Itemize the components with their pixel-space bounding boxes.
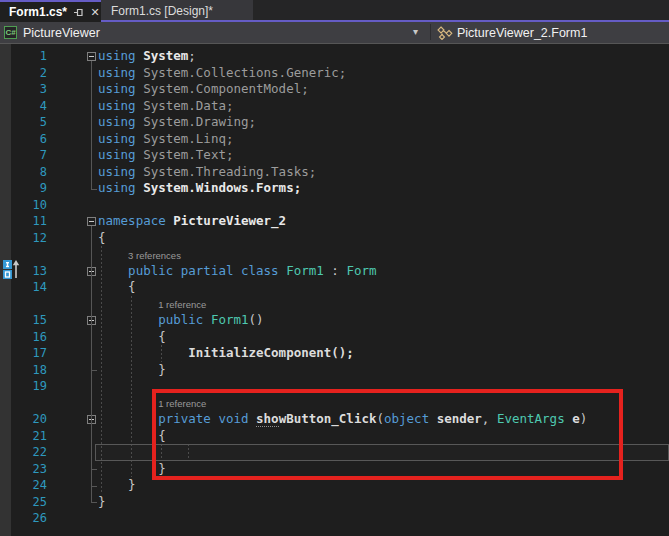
code-text: } bbox=[98, 362, 166, 379]
close-icon[interactable]: ✕ bbox=[89, 6, 101, 18]
code-line-18[interactable]: 18 } bbox=[0, 362, 669, 379]
code-text: public Form1() bbox=[98, 312, 264, 329]
class-icon bbox=[437, 26, 453, 40]
pin-icon[interactable] bbox=[72, 6, 84, 18]
line-number: 5 bbox=[11, 114, 47, 131]
code-text: using System.Threading.Tasks; bbox=[98, 164, 316, 181]
code-text: { bbox=[98, 329, 166, 346]
inheritance-margin-icon[interactable] bbox=[2, 259, 20, 279]
project-dropdown[interactable]: C# PictureViewer bbox=[0, 22, 430, 43]
line-number: 2 bbox=[11, 65, 47, 82]
tab-form1-cs-design[interactable]: Form1.cs [Design]* bbox=[101, 0, 253, 22]
line-number: 20 bbox=[11, 411, 47, 428]
line-number: 7 bbox=[11, 147, 47, 164]
project-dropdown-label: PictureViewer bbox=[23, 26, 100, 40]
code-line-15[interactable]: 15 public Form1() bbox=[0, 312, 669, 329]
code-line-6[interactable]: 6using System.Linq; bbox=[0, 131, 669, 148]
code-line-26[interactable]: 26 bbox=[0, 510, 669, 527]
line-number: 17 bbox=[11, 345, 47, 362]
chevron-down-icon[interactable]: ▾ bbox=[413, 26, 418, 37]
line-number: 3 bbox=[11, 81, 47, 98]
line-number: 16 bbox=[11, 329, 47, 346]
line-number: 22 bbox=[11, 444, 47, 461]
code-line-24[interactable]: 24 } bbox=[0, 477, 669, 494]
fold-toggle[interactable] bbox=[87, 52, 96, 61]
tab-label: Form1.cs [Design]* bbox=[111, 4, 213, 18]
code-line-21[interactable]: 21 { bbox=[0, 428, 669, 445]
code-text: private void showButton_Click(object sen… bbox=[98, 411, 587, 428]
code-text: using System.Linq; bbox=[98, 131, 233, 148]
code-line-9[interactable]: 9using System.Windows.Forms; bbox=[0, 180, 669, 197]
codelens-row: 1 reference bbox=[0, 395, 669, 412]
codelens-references-link[interactable]: 1 reference bbox=[158, 299, 206, 310]
code-text: } bbox=[98, 477, 136, 494]
tab-label: Form1.cs* bbox=[9, 5, 67, 19]
codelens-references-link[interactable]: 3 references bbox=[128, 250, 181, 261]
line-number: 18 bbox=[11, 362, 47, 379]
code-line-20[interactable]: 20 private void showButton_Click(object … bbox=[0, 411, 669, 428]
code-line-22[interactable]: 22 bbox=[0, 444, 669, 461]
code-line-3[interactable]: 3using System.ComponentModel; bbox=[0, 81, 669, 98]
code-text: using System.Windows.Forms; bbox=[98, 180, 301, 197]
code-line-23[interactable]: 23 } bbox=[0, 461, 669, 478]
code-line-4[interactable]: 4using System.Data; bbox=[0, 98, 669, 115]
code-text: using System.ComponentModel; bbox=[98, 81, 309, 98]
type-dropdown-label: PictureViewer_2.Form1 bbox=[457, 26, 587, 40]
code-line-8[interactable]: 8using System.Threading.Tasks; bbox=[0, 164, 669, 181]
code-text: namespace PictureViewer_2 bbox=[98, 213, 286, 230]
visual-studio-editor-window: Form1.cs* ✕ Form1.cs [Design]* C# Pictur… bbox=[0, 0, 669, 536]
tab-form1-cs[interactable]: Form1.cs* ✕ bbox=[0, 0, 101, 22]
fold-toggle[interactable] bbox=[87, 267, 96, 276]
code-line-2[interactable]: 2using System.Collections.Generic; bbox=[0, 65, 669, 82]
code-line-16[interactable]: 16 { bbox=[0, 329, 669, 346]
code-line-10[interactable]: 10 bbox=[0, 197, 669, 214]
code-text: using System.Drawing; bbox=[98, 114, 256, 131]
line-number: 23 bbox=[11, 461, 47, 478]
line-number: 21 bbox=[11, 428, 47, 445]
code-line-13[interactable]: 13 public partial class Form1 : Form bbox=[0, 263, 669, 280]
code-text: InitializeComponent(); bbox=[98, 345, 354, 362]
line-number: 25 bbox=[11, 494, 47, 511]
code-line-25[interactable]: 25} bbox=[0, 494, 669, 511]
line-number: 6 bbox=[11, 131, 47, 148]
codelens-row: 1 reference bbox=[0, 296, 669, 313]
code-line-1[interactable]: 1using System; bbox=[0, 48, 669, 65]
code-text: { bbox=[98, 230, 106, 247]
code-line-12[interactable]: 12{ bbox=[0, 230, 669, 247]
line-number: 1 bbox=[11, 48, 47, 65]
fold-toggle[interactable] bbox=[87, 316, 96, 325]
code-text: using System; bbox=[98, 48, 196, 65]
line-number: 19 bbox=[11, 378, 47, 395]
code-line-7[interactable]: 7using System.Text; bbox=[0, 147, 669, 164]
codelens-references-link[interactable]: 1 reference bbox=[158, 398, 206, 409]
line-number: 9 bbox=[11, 180, 47, 197]
line-number: 24 bbox=[11, 477, 47, 494]
line-number: 10 bbox=[11, 197, 47, 214]
fold-toggle[interactable] bbox=[87, 217, 96, 226]
codelens-row: 3 references bbox=[0, 246, 669, 263]
navigation-bar: C# PictureViewer ▾ PictureViewer_2.Form1 bbox=[0, 22, 669, 44]
line-number: 8 bbox=[11, 164, 47, 181]
document-tab-strip: Form1.cs* ✕ Form1.cs [Design]* bbox=[0, 0, 669, 22]
code-text: public partial class Form1 : Form bbox=[98, 263, 376, 280]
line-number: 12 bbox=[11, 230, 47, 247]
navbar-divider bbox=[430, 24, 431, 40]
code-text: using System.Data; bbox=[98, 98, 233, 115]
line-number: 11 bbox=[11, 213, 47, 230]
code-line-14[interactable]: 14 { bbox=[0, 279, 669, 296]
csharp-project-icon: C# bbox=[4, 26, 17, 39]
line-number: 15 bbox=[11, 312, 47, 329]
code-text: using System.Collections.Generic; bbox=[98, 65, 346, 82]
line-number: 4 bbox=[11, 98, 47, 115]
code-line-19[interactable]: 19 bbox=[0, 378, 669, 395]
code-line-17[interactable]: 17 InitializeComponent(); bbox=[0, 345, 669, 362]
fold-toggle[interactable] bbox=[87, 415, 96, 424]
code-editor[interactable]: 1using System;2using System.Collections.… bbox=[0, 44, 669, 536]
code-text: } bbox=[98, 494, 106, 511]
code-text: { bbox=[98, 279, 136, 296]
code-line-11[interactable]: 11namespace PictureViewer_2 bbox=[0, 213, 669, 230]
code-line-5[interactable]: 5using System.Drawing; bbox=[0, 114, 669, 131]
type-dropdown[interactable]: PictureViewer_2.Form1 bbox=[434, 22, 669, 43]
code-text: using System.Text; bbox=[98, 147, 233, 164]
line-number: 26 bbox=[11, 510, 47, 527]
